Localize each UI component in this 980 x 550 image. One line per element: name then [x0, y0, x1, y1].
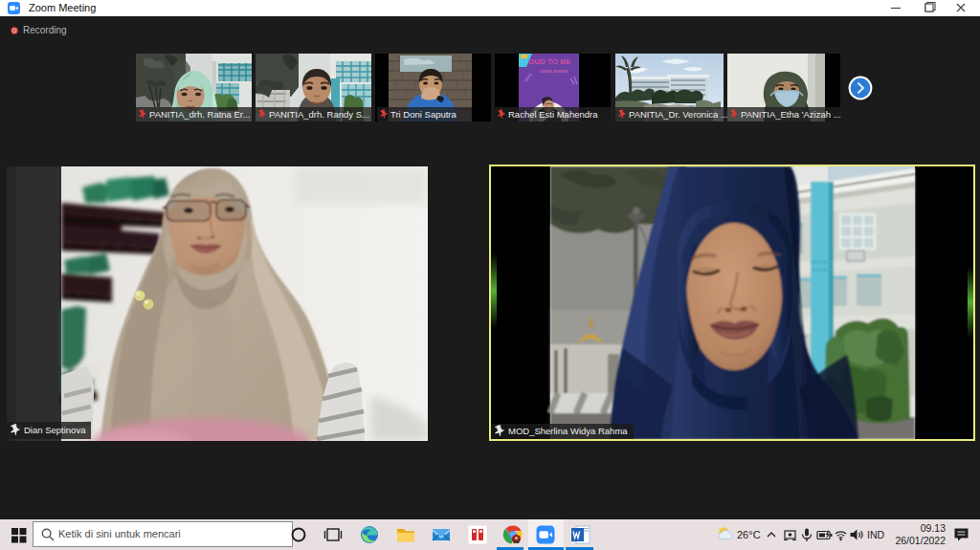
- svg-text:OUD TO BE: OUD TO BE: [528, 57, 571, 66]
- svg-text:xxxxx xxxxxx: xxxxx xxxxxx: [540, 68, 568, 74]
